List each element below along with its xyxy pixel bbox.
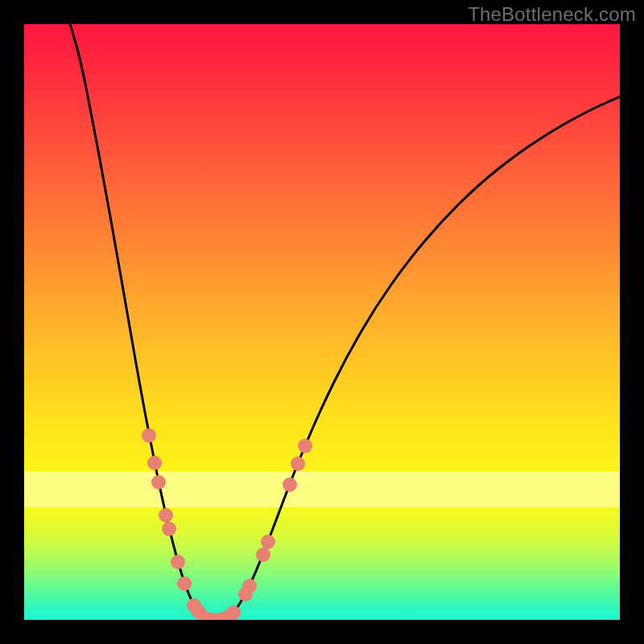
data-point [162, 522, 176, 536]
data-point [151, 475, 166, 489]
plot-area [24, 24, 620, 620]
watermark-text: TheBottleneck.com [468, 3, 636, 26]
data-point [256, 547, 270, 562]
data-point [283, 477, 297, 492]
data-point [171, 555, 185, 569]
data-point [142, 428, 156, 443]
data-point [147, 456, 162, 470]
data-point [177, 576, 192, 591]
bottleneck-curve [70, 24, 620, 620]
data-point [261, 535, 275, 549]
chart-frame: TheBottleneck.com [0, 0, 644, 644]
data-point [298, 439, 312, 453]
data-point [226, 605, 241, 620]
data-point [159, 508, 173, 522]
data-point [291, 456, 305, 471]
curve-svg [24, 24, 620, 620]
data-points [142, 428, 312, 620]
data-point [242, 579, 257, 593]
